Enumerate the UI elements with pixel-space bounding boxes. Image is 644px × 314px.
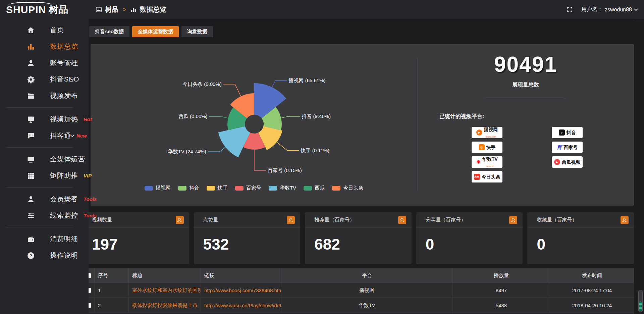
- legend-label: 华数TV: [280, 185, 296, 191]
- sidebar-item-badge: New: [76, 133, 87, 139]
- cell-seq: 1: [95, 283, 129, 298]
- sidebar-item-chat[interactable]: 抖客通New: [0, 127, 89, 144]
- platform-share-rose-chart: 播视网 (65.61%)抖音 (9.40%)快手 (0.11%)百家号 (0.1…: [111, 54, 399, 198]
- pie-label-line: [209, 116, 228, 118]
- chart-icon: [27, 43, 35, 51]
- pie-label-line: [272, 81, 287, 87]
- cell-views: 5438: [453, 298, 550, 313]
- pie-slice-5[interactable]: [218, 126, 250, 157]
- cell-time: 2017-08-24 17:04: [550, 283, 634, 298]
- summary-divider: [485, 98, 566, 98]
- user-menu[interactable]: 用户名：zswodun88: [581, 6, 637, 13]
- legend-swatch: [207, 186, 215, 191]
- legend-item-1[interactable]: 播视网: [145, 185, 171, 191]
- scrollbar-thumb[interactable]: [639, 302, 642, 311]
- sidebar-item-home[interactable]: 首页: [0, 22, 89, 38]
- platform-name: 抖音: [567, 130, 576, 135]
- sidebar-item-badge: Tools: [84, 196, 97, 202]
- sidebar-item-label: 矩阵助推: [50, 171, 78, 180]
- gear-icon: [27, 75, 35, 84]
- legend-swatch: [235, 186, 244, 191]
- chart-legend: 播视网抖音快手百家号华数TV西瓜今日头条: [91, 185, 417, 191]
- legend-swatch: [178, 186, 186, 191]
- stat-card-header: 视频数量总: [83, 212, 189, 228]
- logo-text-cn: 树品: [49, 3, 68, 16]
- platform-subtext: wasu.cn: [486, 165, 494, 167]
- sidebar-item-chart[interactable]: 数据总览: [0, 38, 89, 55]
- legend-item-7[interactable]: 今日头条: [332, 185, 363, 191]
- sidebar-item-grid[interactable]: 矩阵助推VIP: [0, 167, 89, 184]
- legend-label: 今日头条: [343, 185, 363, 191]
- stat-card-header: 推荐量（百家号）总: [305, 212, 412, 228]
- table-header-row: 序号标题链接平台播放量发布时间: [83, 268, 634, 283]
- tab-2[interactable]: 全媒体运营数据: [132, 26, 179, 37]
- sidebar-item-label: 视频加热: [50, 115, 78, 124]
- stat-card-header: 点赞量总: [194, 212, 301, 228]
- sidebar-item-label: 抖客通: [50, 131, 71, 140]
- sliders-icon: [27, 212, 35, 220]
- scrollbar-track[interactable]: [638, 290, 643, 312]
- overview-panel: 播视网 (65.61%)抖音 (9.40%)快手 (0.11%)百家号 (0.1…: [91, 44, 634, 206]
- home-icon: [27, 26, 35, 34]
- sidebar-divider: [6, 187, 73, 188]
- svg-text:?: ?: [30, 253, 32, 258]
- pie-slice-label: 今日头条 (0.00%): [182, 81, 222, 87]
- sidebar-item-user[interactable]: 账号管理: [0, 55, 89, 71]
- sidebar-item-gear[interactable]: 抖音SEO: [0, 71, 89, 88]
- legend-item-5[interactable]: 华数TV: [269, 185, 296, 191]
- impressions-summary: 90491 展现量总数 已统计的视频平台: ▶播视网boosj.com♪抖音◎快…: [417, 44, 634, 206]
- question-icon: ?: [27, 252, 35, 260]
- tab-1[interactable]: 抖音seo数据: [89, 26, 129, 37]
- sidebar-item-label: 数据总览: [50, 42, 78, 51]
- stat-card-value: 197: [83, 228, 189, 253]
- fullscreen-icon[interactable]: [567, 7, 573, 12]
- cell-title-link[interactable]: 楼体投影灯投影效果震撼上市: [132, 302, 198, 309]
- sidebar-item-screen[interactable]: 视频加热Hot: [0, 111, 89, 127]
- sidebar-item-label: 抖音SEO: [50, 75, 79, 84]
- stat-card-title: 分享量（百家号）: [426, 217, 466, 223]
- cell-platform: 华数TV: [281, 298, 453, 313]
- sidebar-item-clapper[interactable]: 视频发布: [0, 88, 89, 104]
- platform-badge-boosj: ▶播视网boosj.com: [472, 127, 502, 138]
- topbar: SHUPIN 树品 树品 > 数据总览 用户名：zswodun88: [0, 0, 644, 19]
- column-header: 标题: [129, 268, 201, 282]
- sidebar-item-person[interactable]: 会员爆客Tools: [0, 191, 89, 207]
- sidebar-item-label: 账号管理: [50, 58, 78, 67]
- username: zswodun88: [605, 7, 632, 13]
- legend-swatch: [269, 186, 277, 191]
- stat-card-value: 0: [527, 228, 634, 253]
- cell-title-link[interactable]: 室外水纹灯和室内水纹灯的区别和简介: [132, 287, 201, 294]
- sidebar-item-sliders[interactable]: 线索监控Tools: [0, 207, 89, 224]
- cell-url-link[interactable]: http://www.boosj.com/7338468.html: [204, 287, 281, 293]
- breadcrumb-root[interactable]: 树品: [105, 5, 118, 14]
- column-header: 播放量: [453, 268, 550, 282]
- platforms-label: 已统计的视频平台:: [439, 113, 484, 120]
- stat-card-1: 视频数量总197: [83, 212, 189, 264]
- total-badge: 总: [509, 216, 517, 224]
- legend-label: 百家号: [246, 185, 261, 191]
- sidebar-item-label: 视频发布: [50, 91, 78, 100]
- stat-card-title: 推荐量（百家号）: [314, 217, 355, 223]
- sidebar-item-label: 线索监控: [50, 211, 78, 220]
- legend-item-3[interactable]: 快手: [207, 185, 228, 191]
- cell-url-link[interactable]: http://www.wasu.cn/Play/show/id/952...: [204, 303, 281, 308]
- sidebar-item-label: 操作说明: [50, 251, 78, 260]
- sidebar-item-question[interactable]: ?操作说明: [0, 247, 89, 264]
- table-row: 1室外水纹灯和室内水纹灯的区别和简介http://www.boosj.com/7…: [83, 283, 634, 298]
- platform-badge-kuaishou: ◎快手: [472, 142, 502, 153]
- legend-label: 抖音: [189, 185, 199, 191]
- legend-item-6[interactable]: 西瓜: [304, 185, 325, 191]
- videos-table: 序号标题链接平台播放量发布时间1室外水纹灯和室内水纹灯的区别和简介http://…: [83, 268, 634, 314]
- legend-item-4[interactable]: 百家号: [235, 185, 261, 191]
- breadcrumb-root-icon: [96, 7, 102, 12]
- kuaishou-logo-icon: ◎: [479, 144, 485, 150]
- stat-card-value: 532: [194, 228, 301, 253]
- sidebar-item-wallet[interactable]: 消费明细: [0, 231, 89, 247]
- pie-label-line: [254, 150, 266, 170]
- wasu-logo-icon: ✺: [476, 159, 481, 165]
- sidebar-item-monitor[interactable]: 全媒体运营: [0, 151, 89, 167]
- sidebar-item-label: 会员爆客: [50, 195, 78, 204]
- legend-item-2[interactable]: 抖音: [178, 185, 199, 191]
- tab-3[interactable]: 询盘数据: [181, 26, 213, 37]
- sidebar-item-badge: Hot: [84, 116, 92, 122]
